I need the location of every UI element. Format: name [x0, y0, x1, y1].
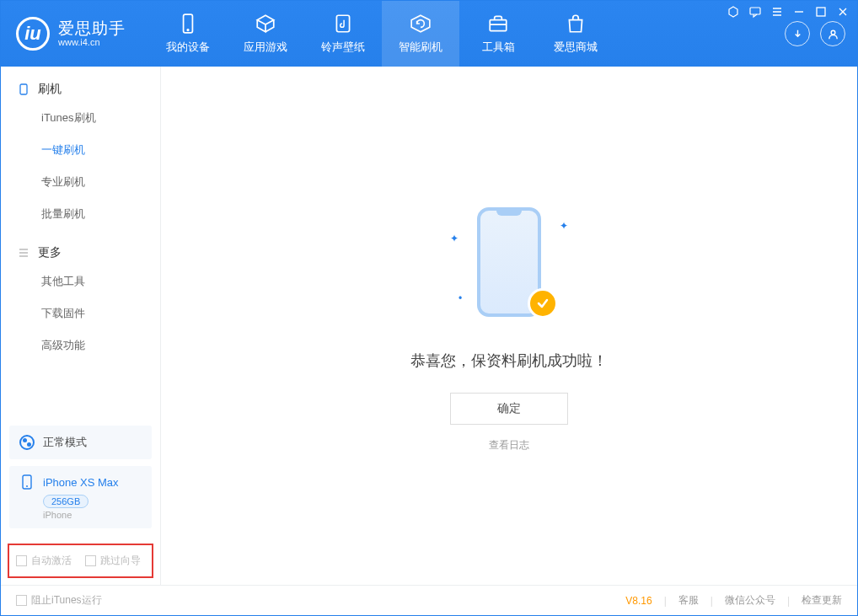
- logo-area: iu 爱思助手 www.i4.cn: [1, 17, 141, 51]
- tab-label: 工具箱: [482, 40, 515, 55]
- brand-title: 爱思助手: [58, 20, 126, 38]
- sidebar-item-batch-flash[interactable]: 批量刷机: [41, 198, 160, 230]
- success-illustration: ✦ ✦ •: [425, 199, 593, 334]
- device-row[interactable]: iPhone XS Max 256GB iPhone: [9, 466, 152, 528]
- sparkle-icon: ✦: [450, 233, 458, 244]
- logo-icon: iu: [16, 17, 50, 51]
- sidebar-section-flash: 刷机: [1, 67, 160, 102]
- window-controls: [727, 5, 850, 19]
- feedback-icon[interactable]: [748, 5, 762, 19]
- sidebar-item-label: 批量刷机: [41, 206, 85, 222]
- tab-label: 铃声壁纸: [321, 40, 365, 55]
- device-type: iPhone: [43, 510, 142, 520]
- cube-icon: [255, 13, 276, 35]
- checkbox-icon: [16, 595, 27, 606]
- checkbox-label: 跳过向导: [100, 554, 141, 568]
- tab-store[interactable]: 爱思商城: [537, 1, 614, 67]
- ok-button[interactable]: 确定: [450, 393, 568, 425]
- sparkle-icon: ✦: [560, 220, 568, 232]
- sidebar-item-advanced[interactable]: 高级功能: [41, 329, 160, 362]
- sidebar-section-more: 更多: [1, 230, 160, 265]
- user-button[interactable]: [820, 21, 845, 46]
- theme-icon[interactable]: [727, 5, 740, 19]
- tab-my-device[interactable]: 我的设备: [149, 1, 227, 67]
- tab-label: 智能刷机: [399, 40, 442, 55]
- sidebar-item-oneclick-flash[interactable]: 一键刷机: [41, 134, 160, 166]
- success-message: 恭喜您，保资料刷机成功啦！: [410, 351, 608, 371]
- check-update-link[interactable]: 检查更新: [802, 593, 842, 608]
- svg-point-6: [831, 30, 835, 35]
- sparkle-icon: •: [458, 292, 462, 304]
- checkbox-icon: [16, 555, 27, 566]
- phone-icon: [19, 474, 35, 490]
- wechat-link[interactable]: 微信公众号: [725, 593, 775, 608]
- menu-icon[interactable]: [770, 5, 784, 19]
- download-button[interactable]: [785, 21, 810, 46]
- sidebar-item-label: 下载固件: [41, 306, 85, 321]
- device-mode-label: 正常模式: [43, 435, 87, 450]
- check-badge-icon: [528, 288, 558, 319]
- music-icon: [332, 13, 354, 35]
- sidebar-item-other-tools[interactable]: 其他工具: [41, 265, 160, 297]
- device-mode-row[interactable]: 正常模式: [9, 426, 152, 459]
- close-icon[interactable]: [836, 5, 850, 19]
- sidebar-item-label: 一键刷机: [41, 142, 85, 158]
- tab-label: 爱思商城: [554, 40, 598, 55]
- svg-rect-0: [750, 8, 760, 14]
- footer: 阻止iTunes运行 V8.16 | 客服 | 微信公众号 | 检查更新: [1, 585, 857, 615]
- phone-icon: [177, 13, 199, 35]
- svg-rect-1: [817, 8, 825, 16]
- list-icon: [18, 247, 29, 259]
- highlight-box: 自动激活 跳过向导: [8, 544, 153, 578]
- checkbox-icon: [85, 555, 96, 566]
- svg-rect-5: [490, 20, 507, 31]
- bag-icon: [565, 13, 587, 35]
- tab-flash[interactable]: 智能刷机: [382, 1, 459, 67]
- toolbox-icon: [487, 13, 509, 35]
- sidebar-item-download-firmware[interactable]: 下载固件: [41, 297, 160, 329]
- sidebar-item-label: 专业刷机: [41, 174, 85, 190]
- mode-icon: [19, 435, 35, 450]
- checkbox-skip-guide[interactable]: 跳过向导: [85, 554, 141, 568]
- checkbox-label: 自动激活: [31, 554, 72, 568]
- svg-point-9: [26, 485, 28, 487]
- sidebar-item-label: 高级功能: [41, 338, 85, 353]
- maximize-icon[interactable]: [814, 5, 828, 19]
- view-log-link[interactable]: 查看日志: [489, 438, 529, 453]
- support-link[interactable]: 客服: [678, 593, 699, 608]
- section-label: 更多: [38, 245, 62, 260]
- svg-point-3: [187, 29, 189, 31]
- tab-label: 我的设备: [166, 40, 210, 55]
- sidebar-item-label: iTunes刷机: [41, 110, 96, 126]
- sidebar-item-label: 其他工具: [41, 274, 85, 289]
- svg-rect-7: [20, 84, 27, 94]
- checkbox-label: 阻止iTunes运行: [31, 593, 102, 608]
- section-label: 刷机: [38, 82, 62, 97]
- tab-toolbox[interactable]: 工具箱: [459, 1, 537, 67]
- tab-apps-games[interactable]: 应用游戏: [227, 1, 304, 67]
- refresh-icon: [410, 13, 432, 35]
- checkbox-block-itunes[interactable]: 阻止iTunes运行: [16, 593, 102, 608]
- device-icon: [18, 83, 29, 95]
- version-label: V8.16: [625, 595, 652, 607]
- tab-label: 应用游戏: [244, 40, 287, 55]
- svg-rect-4: [336, 15, 349, 32]
- brand-subtitle: www.i4.cn: [58, 37, 126, 47]
- sidebar: 刷机 iTunes刷机 一键刷机 专业刷机 批量刷机 更多 其他工具 下载固件 …: [1, 67, 161, 585]
- checkbox-auto-activate[interactable]: 自动激活: [16, 554, 72, 568]
- tab-ringtone[interactable]: 铃声壁纸: [304, 1, 382, 67]
- device-storage-badge: 256GB: [43, 495, 88, 508]
- minimize-icon[interactable]: [792, 5, 806, 19]
- main-content: ✦ ✦ • 恭喜您，保资料刷机成功啦！ 确定 查看日志: [161, 67, 857, 585]
- sidebar-item-pro-flash[interactable]: 专业刷机: [41, 166, 160, 198]
- sidebar-item-itunes-flash[interactable]: iTunes刷机: [41, 102, 160, 134]
- nav-tabs: 我的设备 应用游戏 铃声壁纸 智能刷机 工具箱 爱思商城: [149, 1, 614, 67]
- device-name: iPhone XS Max: [43, 476, 119, 489]
